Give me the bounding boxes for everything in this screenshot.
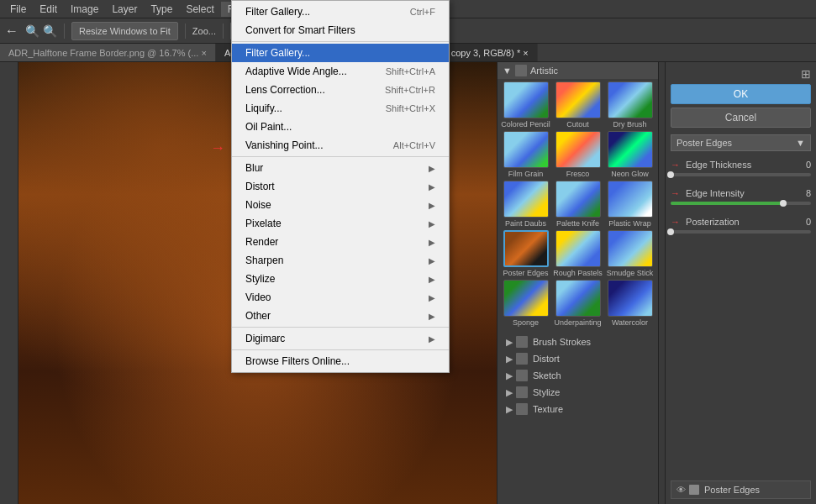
menu-row-pixelate-label: Pixelate [245,218,429,229]
dropdown-section-2: Filter Gallery... Adaptive Wide Angle...… [232,42,449,157]
menu-row-stylize-arrow-icon: ▶ [429,275,435,284]
menu-row-other-arrow-icon: ▶ [429,312,435,321]
menu-row-render-label: Render [245,236,429,248]
menu-row-liquify-label: Liquify... [245,102,369,114]
menu-row-lens-correction-label: Lens Correction... [245,84,368,96]
menu-row-sharpen[interactable]: Sharpen ▶ [232,251,449,270]
menu-overlay: Filter Gallery... Ctrl+F Convert for Sma… [0,0,816,504]
menu-row-smart-filters-label: Convert for Smart Filters [245,24,435,36]
menu-row-sharpen-label: Sharpen [245,255,429,266]
menu-row-adaptive-wide-label: Adaptive Wide Angle... [245,66,369,77]
menu-row-other[interactable]: Other ▶ [232,307,449,325]
dropdown-section-1: Filter Gallery... Ctrl+F Convert for Sma… [232,1,449,42]
menu-row-oil-paint-label: Oil Paint... [245,121,435,133]
menu-row-video[interactable]: Video ▶ [232,288,449,307]
menu-row-filter-gallery-shortcut-key: Ctrl+F [410,7,435,17]
menu-row-stylize-label: Stylize [245,273,429,285]
menu-row-video-label: Video [245,291,429,303]
menu-row-render[interactable]: Render ▶ [232,233,449,251]
menu-row-render-arrow-icon: ▶ [429,238,435,247]
menu-row-liquify-shortcut: Shift+Ctrl+X [386,103,435,113]
dropdown-section-4: Digimarc ▶ [232,328,449,350]
menu-row-noise-arrow-icon: ▶ [429,201,435,210]
menu-row-other-label: Other [245,310,429,322]
red-arrow-menu-indicator: → [210,139,225,157]
menu-row-filter-gallery-highlighted[interactable]: Filter Gallery... [232,44,449,62]
menu-row-noise[interactable]: Noise ▶ [232,196,449,214]
menu-row-lens-correction-shortcut: Shift+Ctrl+R [385,85,435,95]
menu-row-vanishing-point-shortcut: Alt+Ctrl+V [393,140,435,150]
menu-row-pixelate-arrow-icon: ▶ [429,219,435,228]
menu-row-vanishing-point[interactable]: Vanishing Point... Alt+Ctrl+V [232,136,449,155]
menu-row-digimarc-arrow-icon: ▶ [429,334,435,344]
menu-row-distort-label: Distort [245,181,429,192]
menu-row-browse-filters-label: Browse Filters Online... [245,355,435,367]
menu-row-sharpen-arrow-icon: ▶ [429,256,435,265]
menu-row-adaptive-wide[interactable]: Adaptive Wide Angle... Shift+Ctrl+A [232,62,449,81]
menu-row-digimarc-label: Digimarc [245,333,429,344]
menu-row-vanishing-point-label: Vanishing Point... [245,139,376,151]
menu-row-blur[interactable]: Blur ▶ [232,159,449,177]
menu-row-noise-label: Noise [245,199,429,211]
menu-row-pixelate[interactable]: Pixelate ▶ [232,214,449,233]
menu-row-digimarc[interactable]: Digimarc ▶ [232,329,449,348]
menu-row-blur-label: Blur [245,162,429,174]
dropdown-section-3: Blur ▶ Distort ▶ Noise ▶ Pixelate ▶ Rend… [232,157,449,328]
dropdown-section-5: Browse Filters Online... [232,350,449,372]
menu-row-stylize[interactable]: Stylize ▶ [232,270,449,288]
menu-row-smart-filters[interactable]: Convert for Smart Filters [232,21,449,39]
menu-row-adaptive-wide-shortcut: Shift+Ctrl+A [386,66,435,76]
menu-row-liquify[interactable]: Liquify... Shift+Ctrl+X [232,99,449,118]
filter-dropdown-menu: Filter Gallery... Ctrl+F Convert for Sma… [231,0,450,373]
menu-row-distort[interactable]: Distort ▶ [232,177,449,196]
menu-row-oil-paint[interactable]: Oil Paint... [232,118,449,136]
menu-row-filter-gallery-highlighted-label: Filter Gallery... [245,47,435,59]
menu-row-distort-arrow-icon: ▶ [429,182,435,192]
menu-row-filter-gallery-shortcut[interactable]: Filter Gallery... Ctrl+F [232,3,449,21]
menu-row-video-arrow-icon: ▶ [429,293,435,302]
menu-row-lens-correction[interactable]: Lens Correction... Shift+Ctrl+R [232,81,449,99]
menu-row-browse-filters[interactable]: Browse Filters Online... [232,352,449,370]
menu-row-filter-gallery-shortcut-label: Filter Gallery... [245,6,393,18]
menu-row-blur-arrow-icon: ▶ [429,164,435,173]
